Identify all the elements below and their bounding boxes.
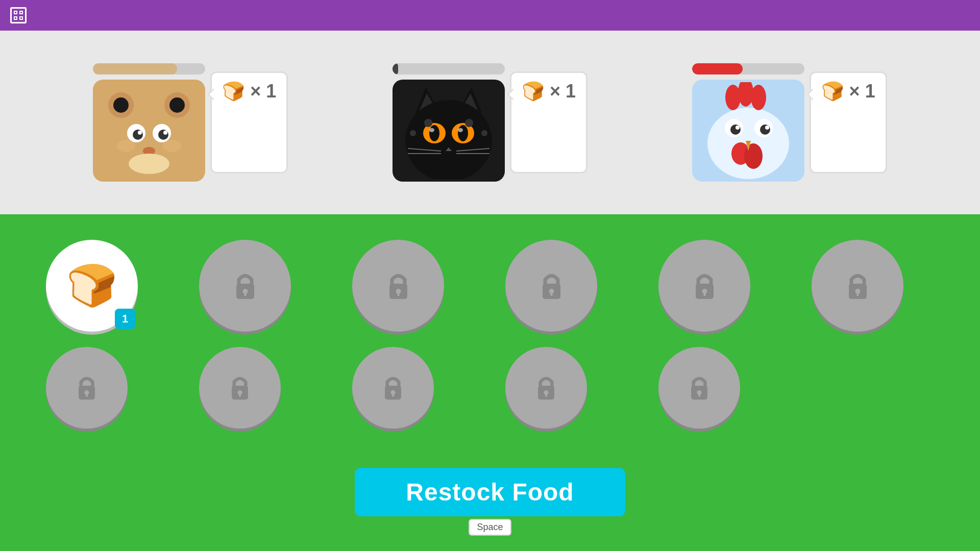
- svg-rect-0: [14, 11, 17, 14]
- svg-point-29: [458, 125, 468, 141]
- svg-point-52: [765, 126, 769, 130]
- lock-icon-11: [687, 372, 712, 403]
- food-slot-7: [46, 347, 128, 429]
- svg-point-31: [458, 128, 463, 132]
- bread-icon-hamster: 🍞: [222, 81, 245, 102]
- svg-point-13: [138, 131, 142, 135]
- lock-icon-2: [231, 269, 259, 303]
- svg-point-25: [405, 100, 492, 179]
- food-slot-3: [352, 240, 444, 332]
- header: [0, 0, 980, 31]
- svg-rect-3: [20, 17, 22, 19]
- food-slot-5: [658, 240, 750, 332]
- food-slot-4: [505, 240, 597, 332]
- lock-icon-8: [227, 372, 253, 403]
- svg-point-30: [429, 128, 434, 132]
- food-slots-area: 🍞 1: [31, 230, 949, 449]
- svg-point-8: [169, 97, 185, 113]
- health-bar-hamster: [93, 63, 177, 74]
- food-slot-12-empty: [812, 347, 893, 429]
- svg-point-42: [725, 85, 741, 110]
- restock-button-area: Restock Food Space: [355, 468, 625, 536]
- pet-slot-chicken: 🍞 × 1: [692, 63, 887, 182]
- lock-icon-6: [844, 269, 872, 303]
- pet-card-cat: [393, 63, 505, 182]
- pet-slot-cat: 🍞 × 1: [393, 63, 587, 182]
- food-slot-8: [199, 347, 281, 429]
- food-count-cat: × 1: [550, 81, 576, 102]
- lock-icon-10: [533, 372, 559, 403]
- pet-avatar-cat: [393, 80, 505, 182]
- lock-icon-9: [380, 372, 406, 403]
- health-bar-cat: [393, 63, 398, 74]
- pet-slot-hamster: 🍞 × 1: [93, 63, 288, 182]
- food-slot-9: [352, 347, 434, 429]
- bread-icon-chicken: 🍞: [821, 81, 844, 102]
- svg-point-20: [129, 154, 169, 174]
- svg-point-18: [117, 140, 135, 152]
- svg-point-38: [465, 119, 473, 127]
- health-bar-chicken: [692, 63, 743, 74]
- svg-point-7: [113, 97, 129, 113]
- svg-point-39: [410, 130, 416, 136]
- health-bar-cat-container: [393, 63, 505, 74]
- food-count-hamster: × 1: [250, 81, 276, 102]
- svg-rect-1: [20, 11, 22, 14]
- food-slot-6: [812, 240, 903, 332]
- svg-point-49: [730, 124, 741, 135]
- food-slot-11: [658, 347, 740, 429]
- health-bar-chicken-container: [692, 63, 804, 74]
- svg-point-40: [481, 130, 487, 136]
- svg-point-46: [744, 143, 763, 169]
- svg-point-14: [163, 131, 167, 135]
- pet-card-hamster: [93, 63, 205, 182]
- svg-point-50: [760, 124, 770, 135]
- lock-icon-4: [537, 269, 566, 303]
- lock-icon-7: [74, 372, 100, 403]
- pet-avatar-chicken: [692, 80, 804, 182]
- svg-point-51: [736, 126, 740, 130]
- svg-point-37: [424, 119, 432, 127]
- food-slot-1[interactable]: 🍞 1: [46, 240, 138, 332]
- svg-point-12: [158, 130, 168, 140]
- svg-point-28: [429, 125, 439, 141]
- svg-point-44: [751, 85, 766, 110]
- selected-badge-1: 1: [115, 309, 135, 329]
- lock-icon-3: [384, 269, 412, 303]
- svg-point-19: [163, 140, 181, 152]
- game-area: 🍞 1: [0, 214, 980, 551]
- toast-icon-1: 🍞: [66, 262, 117, 310]
- pet-avatar-hamster: [93, 80, 205, 182]
- pet-area: 🍞 × 1: [0, 31, 980, 214]
- health-bar-hamster-container: [93, 63, 205, 74]
- restock-food-button[interactable]: Restock Food: [355, 468, 625, 516]
- expand-icon[interactable]: [10, 7, 27, 23]
- food-indicator-cat: 🍞 × 1: [510, 71, 587, 173]
- food-count-chicken: × 1: [849, 81, 875, 102]
- pet-card-chicken: [692, 63, 804, 182]
- lock-icon-5: [691, 269, 719, 303]
- food-slot-2: [199, 240, 291, 332]
- food-indicator-chicken: 🍞 × 1: [810, 71, 887, 173]
- bread-icon-cat: 🍞: [522, 81, 545, 102]
- svg-rect-2: [14, 17, 17, 19]
- space-key-label: Space: [469, 519, 511, 536]
- svg-point-11: [133, 130, 143, 140]
- food-slot-10: [505, 347, 587, 429]
- food-indicator-hamster: 🍞 × 1: [210, 71, 288, 173]
